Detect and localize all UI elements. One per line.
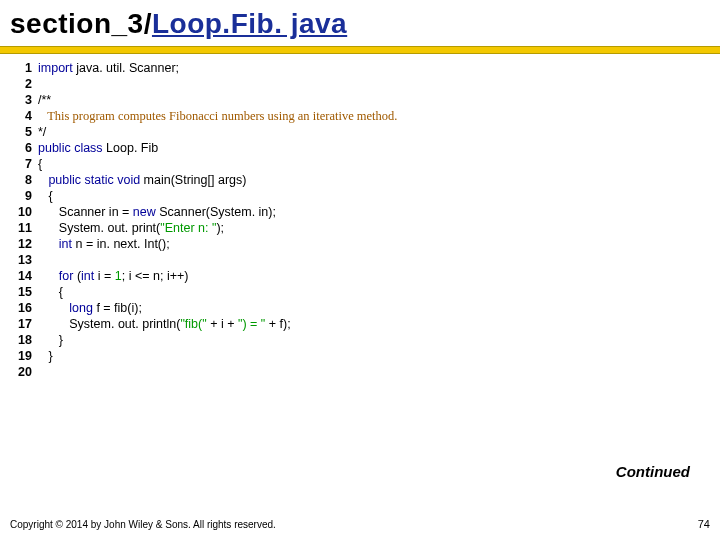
line-number: 10 — [10, 204, 38, 220]
code-line: 16 long f = fib(i); — [10, 300, 710, 316]
code-content: { — [38, 284, 63, 300]
code-line: 12 int n = in. next. Int(); — [10, 236, 710, 252]
code-content: { — [38, 188, 53, 204]
continued-label: Continued — [616, 463, 690, 480]
code-content: This program computes Fibonacci numbers … — [38, 108, 397, 124]
code-line: 1import java. util. Scanner; — [10, 60, 710, 76]
line-number: 7 — [10, 156, 38, 172]
code-line: 14 for (int i = 1; i <= n; i++) — [10, 268, 710, 284]
line-number: 17 — [10, 316, 38, 332]
code-content: for (int i = 1; i <= n; i++) — [38, 268, 188, 284]
code-line: 13 — [10, 252, 710, 268]
code-content — [38, 364, 41, 380]
line-number: 2 — [10, 76, 38, 92]
copyright-footer: Copyright © 2014 by John Wiley & Sons. A… — [10, 519, 276, 530]
code-line: 3/** — [10, 92, 710, 108]
code-line: 17 System. out. println("fib(" + i + ") … — [10, 316, 710, 332]
code-line: 18 } — [10, 332, 710, 348]
title-filename: Loop.Fib. java — [152, 8, 347, 39]
line-number: 9 — [10, 188, 38, 204]
code-line: 20 — [10, 364, 710, 380]
line-number: 6 — [10, 140, 38, 156]
line-number: 19 — [10, 348, 38, 364]
line-number: 1 — [10, 60, 38, 76]
line-number: 20 — [10, 364, 38, 380]
code-line: 8 public static void main(String[] args) — [10, 172, 710, 188]
code-line: 2 — [10, 76, 710, 92]
line-number: 5 — [10, 124, 38, 140]
line-number: 13 — [10, 252, 38, 268]
line-number: 15 — [10, 284, 38, 300]
code-listing: 1import java. util. Scanner;2 3/**4 This… — [0, 60, 720, 380]
code-content: public class Loop. Fib — [38, 140, 158, 156]
code-content: /** — [38, 92, 51, 108]
code-content: } — [38, 348, 53, 364]
code-content: import java. util. Scanner; — [38, 60, 179, 76]
code-content: long f = fib(i); — [38, 300, 142, 316]
line-number: 14 — [10, 268, 38, 284]
code-content: System. out. print("Enter n: "); — [38, 220, 224, 236]
page-number: 74 — [698, 518, 710, 530]
code-content: */ — [38, 124, 46, 140]
code-line: 15 { — [10, 284, 710, 300]
title-prefix: section_3/ — [10, 8, 152, 39]
code-content: System. out. println("fib(" + i + ") = "… — [38, 316, 291, 332]
code-line: 10 Scanner in = new Scanner(System. in); — [10, 204, 710, 220]
line-number: 8 — [10, 172, 38, 188]
line-number: 11 — [10, 220, 38, 236]
line-number: 3 — [10, 92, 38, 108]
slide-title: section_3/Loop.Fib. java — [0, 0, 720, 44]
code-content: public static void main(String[] args) — [38, 172, 246, 188]
line-number: 16 — [10, 300, 38, 316]
code-content — [38, 252, 41, 268]
code-content: int n = in. next. Int(); — [38, 236, 170, 252]
code-line: 5*/ — [10, 124, 710, 140]
code-line: 6public class Loop. Fib — [10, 140, 710, 156]
line-number: 18 — [10, 332, 38, 348]
code-line: 19 } — [10, 348, 710, 364]
code-content: { — [38, 156, 42, 172]
code-line: 4 This program computes Fibonacci number… — [10, 108, 710, 124]
code-line: 11 System. out. print("Enter n: "); — [10, 220, 710, 236]
code-line: 9 { — [10, 188, 710, 204]
code-content: } — [38, 332, 63, 348]
line-number: 4 — [10, 108, 38, 124]
line-number: 12 — [10, 236, 38, 252]
code-content — [38, 76, 41, 92]
code-content: Scanner in = new Scanner(System. in); — [38, 204, 276, 220]
code-line: 7{ — [10, 156, 710, 172]
title-underline — [0, 46, 720, 54]
